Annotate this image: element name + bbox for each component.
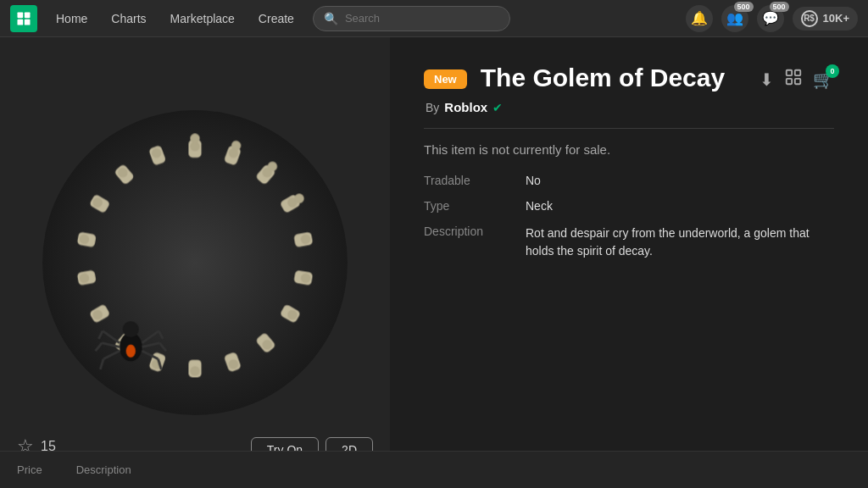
search-icon: 🔍 — [324, 12, 338, 25]
friends-button[interactable]: 👥 500 — [721, 5, 748, 32]
description-label: Description — [424, 225, 526, 260]
notifications-button[interactable]: 🔔 — [686, 5, 713, 32]
message-icon: 💬 — [762, 10, 779, 26]
bell-icon: 🔔 — [691, 10, 708, 26]
svg-rect-3 — [25, 19, 31, 25]
verified-icon: ✔ — [492, 101, 503, 114]
share-icon — [784, 71, 803, 90]
roblox-logo[interactable] — [10, 5, 37, 32]
item-details-panel: New The Golem of Decay ⬇ — [390, 37, 868, 488]
svg-point-28 — [190, 366, 199, 375]
svg-rect-62 — [787, 79, 792, 84]
tradable-label: Tradable — [424, 174, 526, 187]
svg-point-7 — [190, 133, 199, 142]
search-input[interactable] — [345, 12, 499, 25]
friends-icon: 👥 — [726, 10, 743, 26]
messages-button[interactable]: 💬 500 — [757, 5, 784, 32]
download-icon: ⬇ — [760, 70, 774, 89]
search-bar[interactable]: 🔍 — [313, 6, 510, 31]
type-row: Type Neck — [424, 199, 834, 213]
svg-rect-60 — [787, 70, 792, 75]
svg-point-47 — [126, 345, 136, 358]
nav-charts[interactable]: Charts — [99, 0, 158, 37]
nav-create[interactable]: Create — [247, 0, 306, 37]
svg-rect-2 — [18, 19, 24, 25]
svg-point-46 — [123, 321, 139, 337]
share-button[interactable] — [784, 68, 803, 91]
svg-rect-1 — [25, 12, 31, 18]
svg-rect-61 — [795, 70, 800, 75]
robux-button[interactable]: R$ 10K+ — [793, 7, 858, 30]
cart-button[interactable]: 🛒 0 — [813, 69, 834, 90]
main-content: Try On 2D ☆ 15 New The Golem of Decay ⬇ — [0, 37, 868, 488]
description-value: Rot and despair cry from the underworld,… — [526, 225, 834, 260]
tradable-value: No — [526, 174, 541, 187]
item-header-icons: ⬇ 🛒 0 — [760, 63, 834, 91]
download-button[interactable]: ⬇ — [760, 69, 774, 90]
item-title: The Golem of Decay — [481, 63, 725, 93]
item-preview-panel: Try On 2D ☆ 15 — [0, 37, 390, 488]
robux-icon: R$ — [801, 10, 818, 27]
item-image — [34, 102, 356, 424]
cart-badge: 0 — [826, 64, 839, 78]
item-header: New The Golem of Decay ⬇ — [424, 63, 834, 93]
divider — [424, 128, 834, 129]
item-author: By Roblox ✔ — [424, 100, 834, 114]
friends-badge: 500 — [734, 2, 754, 12]
by-label: By — [426, 101, 439, 114]
new-badge: New — [424, 69, 467, 89]
not-for-sale-text: This item is not currently for sale. — [424, 142, 834, 157]
nav-home[interactable]: Home — [44, 0, 99, 37]
author-link[interactable]: Roblox — [444, 100, 487, 114]
type-label: Type — [424, 199, 526, 213]
svg-rect-0 — [18, 12, 24, 18]
svg-rect-63 — [795, 79, 800, 84]
nav-icons: 🔔 👥 500 💬 500 R$ 10K+ — [686, 5, 858, 32]
navbar: Home Charts Marketplace Create 🔍 🔔 👥 500… — [0, 0, 868, 37]
details-grid: Tradable No Type Neck Description Rot an… — [424, 174, 834, 260]
bottom-description-label: Description — [76, 463, 131, 476]
item-image-container — [0, 68, 390, 458]
type-value: Neck — [526, 199, 553, 213]
messages-badge: 500 — [770, 2, 789, 12]
robux-amount: 10K+ — [823, 12, 849, 25]
bottom-bar: Price Description — [0, 451, 868, 488]
bottom-price-label: Price — [17, 463, 42, 476]
description-row: Description Rot and despair cry from the… — [424, 225, 834, 260]
nav-marketplace[interactable]: Marketplace — [159, 0, 247, 37]
tradable-row: Tradable No — [424, 174, 834, 187]
